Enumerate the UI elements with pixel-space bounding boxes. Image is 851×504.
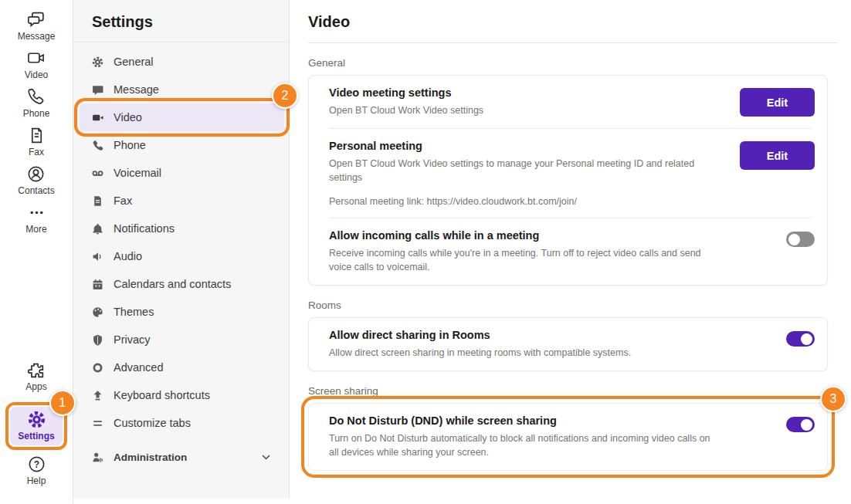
- nav-item-label: Keyboard shortcuts: [114, 389, 210, 401]
- fax-icon: [92, 195, 103, 207]
- video-meeting-settings-edit-button[interactable]: Edit: [740, 88, 815, 117]
- keyboard-shortcut-icon: [92, 390, 103, 401]
- chevron-down-icon: [262, 455, 270, 460]
- nav-item-label: Voicemail: [114, 167, 161, 179]
- rail-item-message[interactable]: Message: [18, 10, 56, 42]
- rail-label: Apps: [25, 381, 46, 392]
- row-description: Allow direct screen sharing in meeting r…: [329, 346, 715, 360]
- row-description: Open BT Cloud Work Video settings: [329, 103, 715, 117]
- section-label-screen-sharing: Screen sharing: [308, 385, 838, 397]
- general-settings-card: Video meeting settings Open BT Cloud Wor…: [308, 75, 828, 286]
- rail-item-contacts[interactable]: Contacts: [18, 164, 54, 196]
- settings-nav-item-notifications[interactable]: Notifications: [73, 215, 289, 242]
- nav-item-label: General: [114, 56, 154, 68]
- nav-item-label: Notifications: [114, 222, 175, 235]
- question-circle-icon: ?: [27, 455, 46, 474]
- page-title: Video: [308, 0, 838, 43]
- nav-item-label: Themes: [114, 306, 154, 318]
- settings-panel-title: Settings: [73, 0, 289, 42]
- row-title: Personal meeting: [329, 140, 724, 152]
- rail-item-phone[interactable]: Phone: [23, 87, 50, 119]
- phone-handset-icon: [26, 87, 46, 107]
- settings-nav-item-calendars[interactable]: Calendars and contacts: [73, 270, 289, 298]
- rail-item-apps[interactable]: Apps: [25, 360, 46, 392]
- nav-item-label: Calendars and contacts: [114, 278, 231, 290]
- dnd-screen-sharing-toggle[interactable]: [786, 417, 815, 432]
- dnd-screen-sharing-row: Do Not Disturb (DND) while screen sharin…: [309, 404, 827, 470]
- ring-icon: [92, 362, 103, 374]
- speaker-icon: [92, 251, 103, 262]
- chat-icon: [92, 84, 103, 96]
- direct-sharing-toggle[interactable]: [786, 331, 815, 347]
- row-title: Video meeting settings: [329, 86, 724, 99]
- settings-nav-item-audio[interactable]: Audio: [73, 242, 289, 270]
- personal-meeting-link: Personal meeting link: https://video.clo…: [329, 196, 724, 207]
- dnd-screen-sharing-card: 3 Do Not Disturb (DND) while screen shar…: [308, 403, 828, 471]
- settings-nav-item-privacy[interactable]: Privacy: [73, 326, 289, 353]
- app-rail: Message Video Phone Fax Contacts: [0, 0, 73, 504]
- calendar-icon: [92, 279, 103, 290]
- nav-item-label: Message: [114, 83, 159, 96]
- row-description: Open BT Cloud Work Video settings to man…: [329, 157, 715, 184]
- settings-nav-item-voicemail[interactable]: Voicemail: [73, 159, 289, 187]
- settings-nav-item-message[interactable]: Message: [73, 76, 289, 103]
- personal-meeting-edit-button[interactable]: Edit: [740, 141, 815, 170]
- admin-person-icon: [92, 452, 103, 463]
- row-title: Allow incoming calls while in a meeting: [329, 229, 771, 242]
- gear-icon: [92, 56, 103, 68]
- voicemail-icon: [92, 167, 103, 179]
- settings-nav-item-administration[interactable]: Administration: [73, 443, 289, 471]
- nav-item-label: Phone: [114, 139, 146, 151]
- contacts-person-icon: [26, 164, 46, 184]
- row-description: Turn on Do Not Disturb automatically to …: [329, 431, 715, 459]
- rooms-settings-card: Allow direct sharing in Rooms Allow dire…: [308, 317, 828, 371]
- annotation-step-1: 1: [49, 390, 76, 416]
- nav-item-label: Administration: [114, 452, 187, 463]
- puzzle-icon: [26, 360, 46, 380]
- settings-nav-item-themes[interactable]: Themes: [73, 298, 289, 326]
- nav-item-label: Customize tabs: [114, 417, 191, 429]
- rail-label: More: [25, 224, 46, 235]
- row-description: Receive incoming calls while you're in a…: [329, 246, 715, 274]
- rail-label: Phone: [23, 108, 50, 119]
- video-camera-icon: [26, 49, 46, 68]
- settings-nav-item-video[interactable]: 2 Video: [80, 103, 284, 131]
- settings-nav-item-phone[interactable]: Phone: [73, 131, 289, 159]
- rail-label: Help: [27, 475, 46, 486]
- settings-nav-item-fax[interactable]: Fax: [73, 187, 289, 215]
- nav-item-label: Advanced: [114, 361, 164, 374]
- palette-icon: [92, 306, 103, 318]
- toggle-knob: [801, 333, 812, 345]
- shield-icon: [92, 334, 103, 346]
- video-settings-panel: Video General Video meeting settings Ope…: [290, 0, 851, 504]
- rail-label: Settings: [18, 431, 54, 441]
- section-label-general: General: [308, 57, 838, 69]
- toggle-knob: [801, 419, 812, 431]
- bell-icon: [92, 223, 103, 235]
- rail-item-video[interactable]: Video: [25, 49, 48, 80]
- settings-nav-panel: Settings General Message 2 Video Pho: [73, 0, 290, 498]
- annotation-step-3: 3: [820, 386, 846, 412]
- annotation-step-2: 2: [272, 83, 298, 109]
- incoming-calls-toggle[interactable]: [786, 232, 815, 247]
- rail-item-more[interactable]: More: [25, 203, 46, 235]
- direct-sharing-row: Allow direct sharing in Rooms Allow dire…: [309, 318, 827, 370]
- more-dots-icon: [27, 203, 46, 222]
- settings-nav-item-general[interactable]: General: [73, 48, 289, 76]
- section-label-rooms: Rooms: [308, 299, 838, 311]
- row-title: Do Not Disturb (DND) while screen sharin…: [329, 414, 771, 427]
- row-title: Allow direct sharing in Rooms: [329, 329, 771, 341]
- chat-bubbles-icon: [26, 10, 46, 29]
- lines-icon: [92, 418, 103, 429]
- video-camera-icon: [92, 112, 103, 123]
- personal-meeting-row: Personal meeting Open BT Cloud Work Vide…: [309, 129, 827, 218]
- settings-nav-item-customize-tabs[interactable]: Customize tabs: [73, 409, 289, 437]
- settings-nav-item-advanced[interactable]: Advanced: [73, 353, 289, 381]
- rail-item-fax[interactable]: Fax: [27, 126, 46, 157]
- settings-nav-item-keyboard-shortcuts[interactable]: Keyboard shortcuts: [73, 381, 289, 409]
- svg-text:?: ?: [33, 459, 39, 470]
- settings-nav-list: General Message 2 Video Phone Voic: [73, 42, 289, 471]
- video-meeting-settings-row: Video meeting settings Open BT Cloud Wor…: [309, 76, 827, 128]
- rail-label: Video: [25, 69, 48, 80]
- rail-item-help[interactable]: ? Help: [27, 455, 46, 486]
